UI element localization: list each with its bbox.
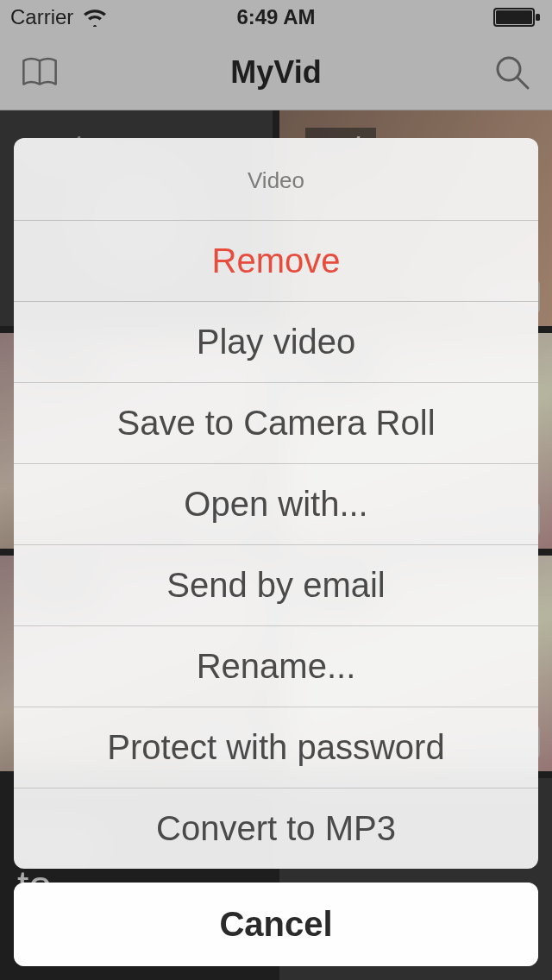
action-send-email[interactable]: Send by email [14,545,538,626]
action-play-video[interactable]: Play video [14,302,538,383]
svg-line-4 [518,78,528,88]
bookmarks-button[interactable] [21,53,59,91]
action-protect-password[interactable]: Protect with password [14,707,538,788]
action-sheet: Video Remove Play video Save to Camera R… [14,138,538,966]
action-remove[interactable]: Remove [14,221,538,302]
action-convert-mp3[interactable]: Convert to MP3 [14,788,538,869]
search-button[interactable] [493,53,531,91]
action-save-camera-roll[interactable]: Save to Camera Roll [14,383,538,464]
cancel-button[interactable]: Cancel [14,883,538,966]
action-sheet-cancel-group: Cancel [14,883,538,966]
action-open-with[interactable]: Open with... [14,464,538,545]
search-icon [493,53,531,91]
action-rename[interactable]: Rename... [14,626,538,707]
book-icon [21,53,59,91]
action-sheet-main: Video Remove Play video Save to Camera R… [14,138,538,869]
action-sheet-title: Video [14,138,538,221]
